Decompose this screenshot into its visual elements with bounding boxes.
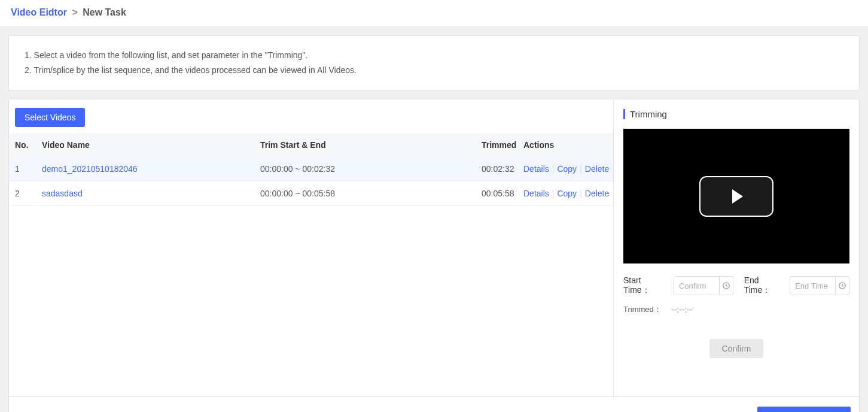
table-row[interactable]: 2 sadasdasd 00:00:00 ~ 00:05:58 00:05:58… xyxy=(9,181,613,206)
col-actions: Actions xyxy=(517,133,613,157)
trimming-title: Trimming xyxy=(623,109,849,119)
instruction-item: Trim/splice by the list sequence, and th… xyxy=(25,63,846,78)
copy-link[interactable]: Copy xyxy=(557,164,577,174)
breadcrumb-sep: > xyxy=(72,7,77,17)
clock-icon[interactable] xyxy=(719,277,733,295)
col-no: No. xyxy=(9,133,36,157)
videos-table: No. Video Name Trim Start & End Trimmed … xyxy=(9,133,613,206)
play-icon xyxy=(732,189,743,204)
cell-no: 1 xyxy=(9,157,36,181)
trimmed-value: --:--:-- xyxy=(671,305,693,314)
cell-trimmed: 00:05:58 xyxy=(476,181,517,206)
breadcrumb-current: New Task xyxy=(83,7,126,17)
clock-icon[interactable] xyxy=(835,277,849,295)
cell-trimmed: 00:02:32 xyxy=(476,157,517,181)
col-trimmed: Trimmed xyxy=(476,133,517,157)
start-time-input[interactable] xyxy=(674,277,719,295)
instructions-box: Select a video from the following list, … xyxy=(8,35,860,90)
breadcrumb: Video Eidtor > New Task xyxy=(0,0,868,27)
delete-link[interactable]: Delete xyxy=(585,189,609,198)
col-trim: Trim Start & End xyxy=(254,133,476,157)
video-list-panel: Select Videos No. Video Name Trim Start … xyxy=(8,99,613,397)
trimming-panel: Trimming Start Time： End Time： xyxy=(613,99,860,397)
play-button[interactable] xyxy=(699,176,773,217)
table-row[interactable]: 1 demo1_20210510182046 00:00:00 ~ 00:02:… xyxy=(9,157,613,181)
start-time-input-wrap[interactable] xyxy=(674,276,733,295)
confirm-button[interactable]: Confirm xyxy=(709,339,763,358)
end-time-input[interactable] xyxy=(790,277,835,295)
footer-bar: Total Video Duration: 00:08:30 Trimming … xyxy=(8,397,860,412)
cell-trim: 00:00:00 ~ 00:02:32 xyxy=(254,157,476,181)
delete-link[interactable]: Delete xyxy=(585,164,609,174)
copy-link[interactable]: Copy xyxy=(557,189,577,198)
instruction-item: Select a video from the following list, … xyxy=(25,48,846,63)
start-time-label: Start Time： xyxy=(623,275,668,296)
cell-trim: 00:00:00 ~ 00:05:58 xyxy=(254,181,476,206)
cell-no: 2 xyxy=(9,181,36,206)
end-time-input-wrap[interactable] xyxy=(790,276,849,295)
video-name-link[interactable]: demo1_20210510182046 xyxy=(42,164,138,174)
details-link[interactable]: Details xyxy=(523,189,549,198)
trim-splice-button[interactable]: Trimming & Splicing xyxy=(757,407,851,412)
video-name-link[interactable]: sadasdasd xyxy=(42,189,83,198)
details-link[interactable]: Details xyxy=(523,164,549,174)
col-name: Video Name xyxy=(36,133,254,157)
video-player[interactable] xyxy=(623,129,849,263)
trimmed-label: Trimmed： xyxy=(623,304,671,315)
breadcrumb-parent[interactable]: Video Eidtor xyxy=(11,7,67,17)
end-time-label: End Time： xyxy=(744,275,784,296)
select-videos-button[interactable]: Select Videos xyxy=(15,108,85,127)
